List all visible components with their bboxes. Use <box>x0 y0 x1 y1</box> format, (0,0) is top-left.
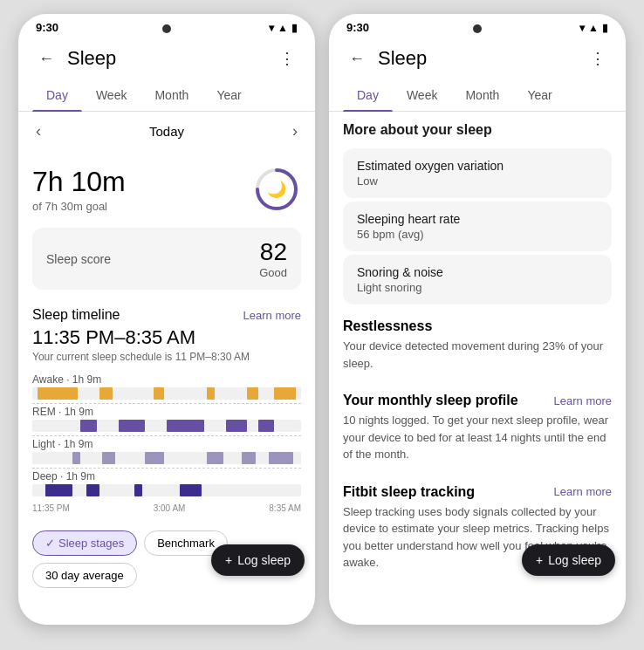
sleep-range: 11:35 PM–8:35 AM <box>32 326 301 349</box>
tab-day-left[interactable]: Day <box>32 79 82 111</box>
time-mid: 3:00 AM <box>154 503 186 513</box>
signal-icon-right: ▲ <box>588 22 599 34</box>
time-left: 9:30 <box>36 21 58 34</box>
fitbit-title: Fitbit sleep tracking <box>343 484 475 500</box>
awake-bar <box>32 387 301 400</box>
timeline-row-rem: REM · 1h 9m <box>32 406 301 432</box>
monthly-learn-more[interactable]: Learn more <box>554 394 612 407</box>
phone-left: 9:30 ▾ ▲ ▮ ← Sleep ⋮ Day Week Month Year… <box>18 14 315 625</box>
camera-dot-left <box>162 24 171 33</box>
rem-seg-1 <box>80 420 96 432</box>
tab-month-left[interactable]: Month <box>140 79 202 111</box>
timeline-row-deep: Deep · 1h 9m <box>32 470 301 496</box>
info-card-heart: Sleeping heart rate 56 bpm (avg) <box>343 202 612 251</box>
tab-week-right[interactable]: Week <box>393 79 452 111</box>
back-button-left[interactable]: ← <box>32 44 60 72</box>
tab-day-right[interactable]: Day <box>343 79 393 111</box>
deep-seg-3 <box>134 484 142 496</box>
wifi-icon-right: ▾ <box>579 22 585 34</box>
fitbit-learn-more[interactable]: Learn more <box>554 485 612 498</box>
wifi-icon: ▾ <box>269 22 274 34</box>
timeline-row-awake: Awake · 1h 9m <box>32 373 301 400</box>
fab-label-left: Log sleep <box>237 553 291 567</box>
tab-year-left[interactable]: Year <box>202 79 255 111</box>
timeline-title: Sleep timeline <box>32 307 120 323</box>
light-seg-5 <box>242 452 255 464</box>
tabs-right: Day Week Month Year <box>329 79 626 112</box>
back-button-right[interactable]: ← <box>343 44 371 72</box>
tab-year-right[interactable]: Year <box>513 79 565 111</box>
timeline-header: Sleep timeline Learn more <box>18 297 315 326</box>
fab-plus-icon-right: + <box>536 553 543 567</box>
sleep-ring: 🌙 <box>252 165 301 214</box>
signal-icon: ▲ <box>277 22 288 34</box>
tab-month-right[interactable]: Month <box>451 79 513 111</box>
tab-week-left[interactable]: Week <box>82 79 141 111</box>
sleep-schedule-note: Your current sleep schedule is 11 PM–8:3… <box>32 351 301 363</box>
light-label: Light · 1h 9m <box>32 438 301 450</box>
app-header-left: ← Sleep ⋮ <box>18 38 315 79</box>
phone-right: 9:30 ▾ ▲ ▮ ← Sleep ⋮ Day Week Month Year… <box>329 14 626 625</box>
timeline: Awake · 1h 9m REM · 1h 9m <box>18 366 315 523</box>
date-nav-left: ‹ Today › <box>18 112 315 151</box>
restlessness-text: Your device detected movement during 23%… <box>343 338 612 372</box>
status-icons-right: ▾ ▲ ▮ <box>579 22 608 34</box>
status-icons-left: ▾ ▲ ▮ <box>269 22 298 34</box>
menu-button-right[interactable]: ⋮ <box>584 44 612 72</box>
timeline-learn-more[interactable]: Learn more <box>243 309 301 322</box>
light-seg-6 <box>269 452 293 464</box>
prev-date-left[interactable]: ‹ <box>32 119 45 144</box>
sleep-goal: of 7h 30m goal <box>32 200 126 213</box>
time-right: 9:30 <box>346 21 369 34</box>
sleep-duration: 7h 10m of 7h 30m goal 🌙 <box>32 165 301 214</box>
score-label: Sleep score <box>46 252 111 266</box>
status-bar-right: 9:30 ▾ ▲ ▮ <box>329 14 626 38</box>
deep-seg-1 <box>45 484 72 496</box>
timeline-row-light: Light · 1h 9m <box>32 438 301 464</box>
restlessness-section: Restlessness Your device detected moveme… <box>329 308 626 382</box>
oxygen-value: Low <box>357 174 598 188</box>
monthly-header: Your monthly sleep profile Learn more <box>343 393 612 408</box>
rem-seg-5 <box>258 420 274 432</box>
app-header-right: ← Sleep ⋮ <box>329 38 626 79</box>
info-card-snoring: Snoring & noise Light snoring <box>343 255 612 304</box>
awake-label: Awake · 1h 9m <box>32 373 301 386</box>
monthly-title: Your monthly sleep profile <box>343 393 518 408</box>
status-bar-left: 9:30 ▾ ▲ ▮ <box>18 14 315 38</box>
next-date-left[interactable]: › <box>289 119 301 144</box>
heart-value: 56 bpm (avg) <box>357 228 598 241</box>
deep-seg-2 <box>86 484 99 496</box>
awake-seg-2 <box>99 387 113 400</box>
rem-label: REM · 1h 9m <box>32 406 301 418</box>
rem-seg-3 <box>167 420 204 432</box>
light-seg-3 <box>145 452 164 464</box>
awake-seg-6 <box>274 387 296 400</box>
awake-seg-3 <box>154 387 164 400</box>
sleep-main: 7h 10m of 7h 30m goal 🌙 <box>18 151 315 221</box>
chip-30day[interactable]: 30 day average <box>32 563 137 588</box>
time-start: 11:35 PM <box>32 503 70 513</box>
info-card-oxygen: Estimated oxygen variation Low <box>343 148 612 198</box>
chip-sleep-stages[interactable]: ✓ Sleep stages <box>32 530 137 556</box>
fab-plus-icon-left: + <box>225 553 232 567</box>
deep-seg-4 <box>180 484 202 496</box>
menu-button-left[interactable]: ⋮ <box>273 44 301 72</box>
sleep-time: 7h 10m <box>32 166 126 198</box>
sleep-schedule: 11:35 PM–8:35 AM Your current sleep sche… <box>18 326 315 366</box>
score-rating: Good <box>259 266 287 279</box>
fitbit-header: Fitbit sleep tracking Learn more <box>343 484 612 500</box>
more-about-title: More about your sleep <box>329 112 626 145</box>
awake-seg-5 <box>247 387 257 400</box>
log-sleep-fab-left[interactable]: + Log sleep <box>211 544 305 576</box>
snoring-title: Snoring & noise <box>357 265 598 279</box>
awake-seg-1 <box>38 387 78 400</box>
timeline-times: 11:35 PM 3:00 AM 8:35 AM <box>32 500 301 517</box>
score-value: 82 Good <box>259 238 287 279</box>
check-icon: ✓ <box>45 537 55 550</box>
camera-dot-right <box>473 24 482 33</box>
monthly-section: Your monthly sleep profile Learn more 10… <box>329 382 626 474</box>
date-label-left: Today <box>149 124 184 139</box>
log-sleep-fab-right[interactable]: + Log sleep <box>522 544 615 576</box>
light-seg-2 <box>102 452 115 464</box>
page-title-left: Sleep <box>67 47 116 70</box>
